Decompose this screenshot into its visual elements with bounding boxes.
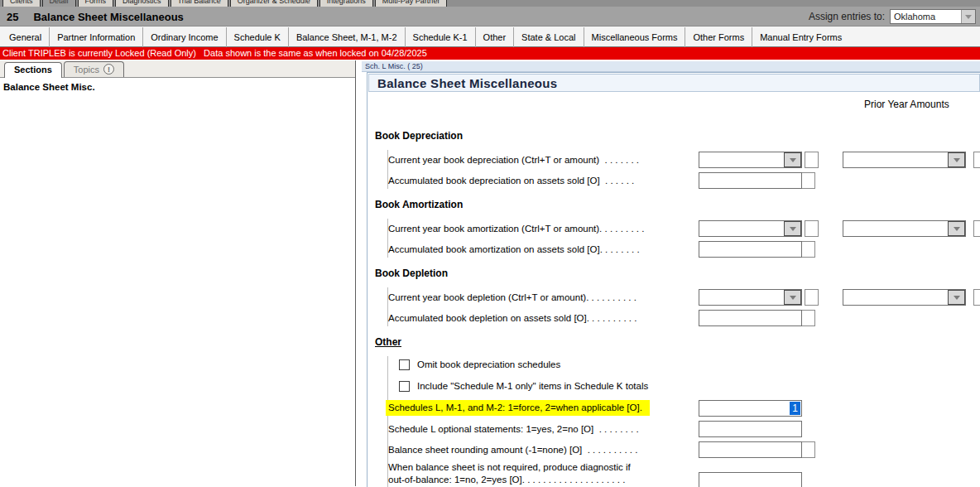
omit-book-depreciation-schedules-label: Omit book depreciation schedules <box>417 359 560 369</box>
nav-tab-other[interactable]: Other <box>475 27 514 47</box>
balance-sheet-rounding-amount-controls <box>699 441 815 458</box>
accumulated-book-amortization-field[interactable] <box>699 241 802 258</box>
current-year-book-depletion-label-line1: Current year book depletion (Ctrl+T or a… <box>388 292 637 302</box>
schedules-l-m1-m2-force-label: Schedules L, M-1, and M-2: 1=force, 2=wh… <box>386 400 650 416</box>
current-year-book-depreciation-prior-year-dropdown-button[interactable] <box>948 152 965 167</box>
assign-entries-select[interactable]: Oklahoma <box>890 9 976 24</box>
nav-tab-miscellaneous-forms[interactable]: Miscellaneous Forms <box>584 27 685 47</box>
current-year-book-depreciation-label-line1: Current year book depreciation (Ctrl+T o… <box>388 155 639 165</box>
current-year-book-depreciation-detail-indicator-box[interactable] <box>805 152 819 168</box>
window-tab-organizer-schedule[interactable]: Organizer & Schedule <box>230 0 318 7</box>
current-year-book-depletion-prior-year-group <box>843 289 980 306</box>
current-year-book-depletion-prior-year-detail-box[interactable] <box>973 289 980 306</box>
current-year-book-depletion-prior-year-field[interactable] <box>843 289 966 306</box>
nav-tab-ordinary-income[interactable]: Ordinary Income <box>142 27 225 47</box>
page-title: Balance Sheet Miscellaneous <box>33 11 183 23</box>
section-heading: Book Depreciation <box>368 130 980 142</box>
main-area: Sections Topics ! Balance Sheet Misc. Sc… <box>0 60 980 486</box>
schedule-l-optional-statements-controls <box>699 421 802 437</box>
current-year-book-depletion-prior-year-dropdown-button[interactable] <box>948 290 965 305</box>
form-row-accumulated-book-depreciation: Accumulated book depreciation on assets … <box>368 171 980 192</box>
current-year-book-amortization-prior-year-detail-box[interactable] <box>973 220 980 237</box>
section-heading: Book Amortization <box>368 199 980 211</box>
nav-tab-schedule-k[interactable]: Schedule K <box>226 27 288 47</box>
section-heading-text: Book Depreciation <box>375 130 463 142</box>
out-of-balance-diagnostic-label: When balance sheet is not required, prod… <box>388 461 631 486</box>
tab-topics[interactable]: Topics ! <box>64 61 124 77</box>
include-schedule-m1-only-items-checkbox[interactable] <box>399 381 410 392</box>
balance-sheet-rounding-amount-detail-indicator-box[interactable] <box>801 441 815 458</box>
application-window: { "colors": { "lock_banner_red": "#e6000… <box>0 0 980 487</box>
current-year-book-depreciation-field[interactable] <box>699 152 802 168</box>
current-year-book-depletion-field[interactable] <box>699 289 802 306</box>
form-row-current-year-book-amortization: Current year book amortization (Ctrl+T o… <box>368 219 980 240</box>
accumulated-book-depletion-label-line1: Accumulated book depletion on assets sol… <box>388 313 637 323</box>
schedule-l-optional-statements-field[interactable] <box>699 421 802 437</box>
nav-tab-manual-entry-forms[interactable]: Manual Entry Forms <box>752 27 849 47</box>
window-tab-forms[interactable]: Forms <box>78 0 114 7</box>
section-heading-text: Book Depletion <box>375 268 448 279</box>
form-row-out-of-balance-diagnostic: When balance sheet is not required, prod… <box>368 461 980 487</box>
current-year-book-amortization-prior-year-field[interactable] <box>843 220 966 237</box>
nav-tab-balance-sheet-m-1-m-2[interactable]: Balance Sheet, M-1, M-2 <box>288 27 405 47</box>
window-tab-multi-pay-partner[interactable]: Multi-Pay Partner <box>375 0 448 7</box>
form-row-current-year-book-depletion: Current year book depletion (Ctrl+T or a… <box>368 288 980 309</box>
schedules-l-m1-m2-force-label-line1: Schedules L, M-1, and M-2: 1=force, 2=wh… <box>388 403 642 412</box>
current-year-book-depletion-dropdown-button[interactable] <box>784 290 801 305</box>
current-year-book-depletion-detail-indicator-box[interactable] <box>805 289 819 306</box>
balance-sheet-rounding-amount-field[interactable] <box>699 441 802 458</box>
current-year-book-depreciation-prior-year-group <box>843 152 980 168</box>
current-year-book-depreciation-prior-year-field[interactable] <box>843 152 966 168</box>
sidebar-item-balance-sheet-misc-[interactable]: Balance Sheet Misc. <box>3 82 352 92</box>
accumulated-book-amortization-controls <box>699 241 815 258</box>
section-book-depletion: Book DepletionCurrent year book depletio… <box>368 268 980 330</box>
include-schedule-m1-only-items-label: Include "Schedule M-1 only" items in Sch… <box>417 381 648 391</box>
schedules-l-m1-m2-force-field[interactable]: 1 <box>699 400 802 417</box>
current-year-book-amortization-detail-indicator-box[interactable] <box>805 220 819 237</box>
schedules-l-m1-m2-force-controls: 1 <box>699 400 802 417</box>
current-year-book-amortization-prior-year-dropdown-button[interactable] <box>948 221 965 236</box>
lock-warning-banner: Client TRIPLEB is currently Locked (Read… <box>0 47 980 60</box>
balance-sheet-rounding-amount-label-line1: Balance sheet rounding amount (-1=none) … <box>388 445 637 455</box>
form-row-accumulated-book-depletion: Accumulated book depletion on assets sol… <box>368 309 980 330</box>
content-title: Balance Sheet Miscellaneous <box>368 74 980 92</box>
current-year-book-amortization-dropdown-button[interactable] <box>784 221 801 236</box>
screen-title-bar: 25Balance Sheet Miscellaneous Assign ent… <box>0 7 980 27</box>
nav-tab-partner-information[interactable]: Partner Information <box>49 27 142 47</box>
assign-entries-value: Oklahoma <box>894 7 961 27</box>
current-year-book-depletion-controls <box>699 289 819 306</box>
window-tab-diagnostics[interactable]: Diagnostics <box>115 0 169 7</box>
accumulated-book-amortization-detail-indicator-box[interactable] <box>801 241 815 258</box>
accumulated-book-depletion-field[interactable] <box>699 310 802 326</box>
section-book-amortization: Book AmortizationCurrent year book amort… <box>368 199 980 261</box>
accumulated-book-depletion-detail-indicator-box[interactable] <box>801 310 815 326</box>
chevron-down-icon[interactable] <box>961 10 975 23</box>
nav-tab-other-forms[interactable]: Other Forms <box>685 27 752 47</box>
tab-topics-label: Topics <box>74 65 99 75</box>
form-content-box: Balance Sheet Miscellaneous Prior Year A… <box>367 72 980 487</box>
nav-tab-general[interactable]: General <box>2 27 49 47</box>
sidebar-tab-strip: Sections Topics ! <box>0 60 355 78</box>
window-tab-detail[interactable]: Detail <box>42 0 76 7</box>
nav-tab-state-local[interactable]: State & Local <box>513 27 583 47</box>
current-year-book-amortization-field[interactable] <box>699 220 802 237</box>
assign-entries-label: Assign entries to: <box>809 7 885 27</box>
accumulated-book-amortization-label-line1: Accumulated book amortization on assets … <box>388 244 640 254</box>
window-tab-clients[interactable]: Clients <box>2 0 41 7</box>
nav-tab-schedule-k-1[interactable]: Schedule K-1 <box>405 27 475 47</box>
accumulated-book-depreciation-label-line1: Accumulated book depreciation on assets … <box>388 176 634 186</box>
schedule-l-optional-statements-label: Schedule L optional statements: 1=yes, 2… <box>388 424 639 434</box>
current-year-book-depreciation-prior-year-detail-box[interactable] <box>973 152 980 168</box>
tab-sections[interactable]: Sections <box>4 62 62 78</box>
accumulated-book-depreciation-field[interactable] <box>699 172 802 189</box>
section-other: OtherOmit book depreciation schedulesInc… <box>368 336 980 487</box>
form-sections: Book DepreciationCurrent year book depre… <box>368 130 980 487</box>
window-tab-integrations[interactable]: Integrations <box>319 0 373 7</box>
window-tab-trial-balance[interactable]: Trial Balance <box>171 0 228 7</box>
schedules-l-m1-m2-force-value: 1 <box>790 402 800 415</box>
window-tab-strip: ClientsDetailFormsDiagnosticsTrial Balan… <box>0 0 980 7</box>
current-year-book-depreciation-dropdown-button[interactable] <box>784 152 801 167</box>
omit-book-depreciation-schedules-checkbox[interactable] <box>399 359 410 370</box>
accumulated-book-depreciation-detail-indicator-box[interactable] <box>801 172 815 189</box>
out-of-balance-diagnostic-field[interactable] <box>699 472 802 487</box>
